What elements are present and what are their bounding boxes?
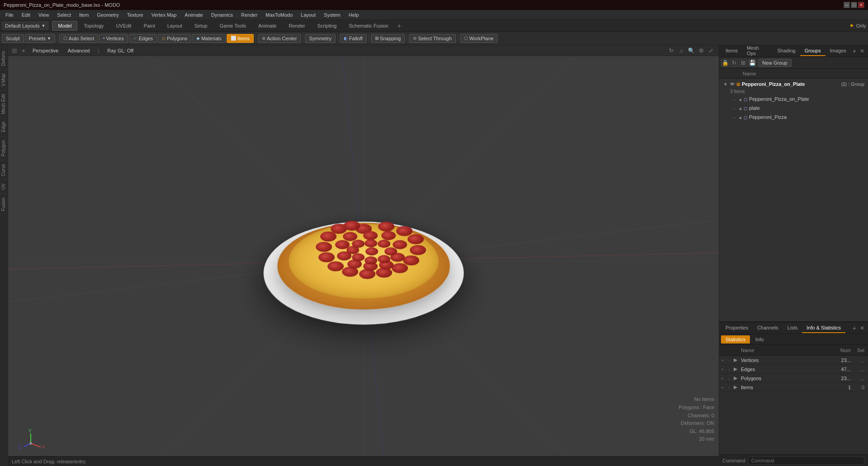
stats-tab-info[interactable]: Info: [751, 335, 768, 344]
workplane-button[interactable]: ⬡ WorkPlane: [460, 34, 498, 43]
new-group-button[interactable]: New Group: [758, 59, 792, 67]
menu-render[interactable]: Render: [237, 11, 261, 19]
right-bottom-tab-properties[interactable]: Properties: [721, 323, 753, 333]
right-tab-images[interactable]: Images: [825, 46, 851, 56]
sidebar-tab-curve[interactable]: Curve: [0, 160, 8, 180]
tree-item-pizza-plate[interactable]: - ▲ ◻ Pepperoni_Pizza_on_Plate: [719, 94, 868, 104]
sidebar-tab-vmap[interactable]: V.Map: [0, 70, 8, 90]
tab-paint[interactable]: Paint: [138, 21, 161, 31]
viewport-search-icon[interactable]: 🔍: [687, 47, 695, 55]
viewport-expand-icon[interactable]: ⊞: [12, 47, 17, 54]
maximize-button[interactable]: □: [851, 2, 857, 8]
right-lock-icon[interactable]: 🔒: [721, 59, 729, 67]
tab-render[interactable]: Render: [283, 21, 311, 31]
right-sync-icon[interactable]: ↻: [730, 59, 738, 67]
viewport-perspective-tab[interactable]: Perspective: [30, 47, 61, 54]
viewport-fullscreen-icon[interactable]: ⤢: [707, 47, 715, 55]
menu-system[interactable]: System: [320, 11, 344, 19]
viewport-settings-icon[interactable]: ⚙: [697, 47, 705, 55]
right-tab-mesh-ops[interactable]: Mesh Ops: [742, 43, 773, 59]
minimize-button[interactable]: ─: [844, 2, 850, 8]
viewport-home-icon[interactable]: ⌂: [677, 47, 685, 55]
tab-model[interactable]: Model: [52, 21, 77, 31]
menu-maxtomode[interactable]: MaxToModo: [262, 11, 296, 19]
viewport-advanced-tab[interactable]: Advanced: [65, 47, 92, 54]
stats-vis-edges: -: [728, 367, 734, 372]
menu-item[interactable]: Item: [76, 11, 92, 19]
auto-select-button[interactable]: ⬡ Auto Select: [59, 34, 98, 43]
window-controls[interactable]: ─ □ ✕: [844, 2, 864, 8]
tree-item-plate[interactable]: - ▲ ◻ plate: [719, 104, 868, 113]
tab-animate[interactable]: Animate: [252, 21, 282, 31]
menu-vertex-map[interactable]: Vertex Map: [148, 11, 180, 19]
right-bottom-tab-channels[interactable]: Channels: [753, 323, 783, 333]
action-center-icon: ⊕: [262, 36, 266, 41]
tree-item-group1[interactable]: ▼ 👁 ⊞ Pepperoni_Pizza_on_Plate (2) : Gro…: [719, 80, 868, 89]
layout-selector[interactable]: Default Layouts ▼: [2, 22, 48, 30]
select-through-icon: ⊖: [413, 36, 417, 41]
snapping-button[interactable]: ⊞ Snapping: [371, 34, 405, 43]
stats-row-polygons[interactable]: + - ▶ Polygons 23... ...: [719, 374, 868, 383]
right-tab-shading[interactable]: Shading: [773, 46, 800, 56]
menu-bar: File Edit View Select Item Geometry Text…: [0, 10, 868, 20]
sidebar-tab-uv[interactable]: UV: [0, 179, 8, 193]
stats-row-items[interactable]: + - ▶ Items 1 0: [719, 383, 868, 392]
menu-layout[interactable]: Layout: [297, 11, 319, 19]
presets-button[interactable]: Presets ▼: [25, 34, 55, 43]
menu-edit[interactable]: Edit: [18, 11, 34, 19]
viewport[interactable]: ⊞ ◈ Perspective Advanced | Ray GL: Off ↻…: [8, 45, 719, 466]
right-tab-items[interactable]: Items: [721, 46, 742, 56]
polygons-button[interactable]: ◇ Polygons: [158, 34, 191, 43]
tab-add-button[interactable]: +: [395, 21, 404, 30]
menu-dynamics[interactable]: Dynamics: [208, 11, 237, 19]
sculpt-button[interactable]: Sculpt: [2, 34, 24, 43]
materials-button[interactable]: ◈ Materials: [192, 34, 226, 43]
menu-view[interactable]: View: [35, 11, 53, 19]
tab-game-tools[interactable]: Game Tools: [213, 21, 252, 31]
falloff-button[interactable]: ◐ Falloff: [340, 34, 367, 43]
right-save-icon[interactable]: 💾: [748, 59, 756, 67]
right-tab-groups[interactable]: Groups: [800, 46, 825, 56]
viewport-ray-gl-tab[interactable]: Ray GL: Off: [104, 47, 136, 54]
menu-select[interactable]: Select: [53, 11, 75, 19]
tab-schematic-fusion[interactable]: Schematic Fusion: [343, 21, 394, 31]
menu-geometry[interactable]: Geometry: [93, 11, 122, 19]
right-grid-icon[interactable]: ⊞: [739, 59, 747, 67]
right-tab-add-button[interactable]: +: [851, 47, 858, 55]
sidebar-tab-edge[interactable]: Edge: [0, 118, 8, 136]
menu-animate[interactable]: Animate: [181, 11, 206, 19]
tab-uvedit[interactable]: UVEdit: [110, 21, 137, 31]
sidebar-tab-polygon[interactable]: Polygon: [0, 136, 8, 160]
right-top-close-button[interactable]: ✕: [858, 48, 866, 54]
tab-setup[interactable]: Setup: [189, 21, 213, 31]
command-input[interactable]: [748, 457, 864, 465]
right-bottom-add-button[interactable]: +: [851, 325, 858, 332]
tab-scripting[interactable]: Scripting: [311, 21, 342, 31]
menu-texture[interactable]: Texture: [123, 11, 147, 19]
right-bottom-tab-lists[interactable]: Lists: [783, 323, 802, 333]
stats-row-vertices[interactable]: + - ▶ Vertices 23... ...: [719, 356, 868, 365]
command-label: Command: [722, 458, 745, 463]
tree-item-pepperoni-pizza[interactable]: - ▲ ◻ Pepperoni_Pizza: [719, 113, 868, 122]
stats-row-edges[interactable]: + - ▶ Edges 47... ...: [719, 365, 868, 374]
action-center-button[interactable]: ⊕ Action Center: [258, 34, 301, 43]
viewport-canvas[interactable]: X Y Z No Items Polygons : Face Channels:…: [8, 56, 719, 466]
menu-help[interactable]: Help: [345, 11, 363, 19]
sidebar-tab-mesh-edit[interactable]: Mesh Edit: [0, 90, 8, 118]
sidebar-tab-deform[interactable]: Deform: [0, 47, 8, 70]
right-bottom-close-button[interactable]: ✕: [858, 325, 866, 331]
menu-file[interactable]: File: [2, 11, 17, 19]
vertices-button[interactable]: • Vertices: [99, 34, 128, 43]
select-through-button[interactable]: ⊖ Select Through: [409, 34, 455, 43]
item-vis-up-icon-3: ▲: [738, 115, 743, 120]
edges-button[interactable]: ⟋ Edges: [129, 34, 157, 43]
items-button[interactable]: ⬜ Items: [227, 34, 254, 43]
viewport-refresh-icon[interactable]: ↻: [667, 47, 675, 55]
tab-topology[interactable]: Topology: [78, 21, 109, 31]
stats-tab-statistics[interactable]: Statistics: [721, 335, 750, 344]
sidebar-tab-fusion[interactable]: Fusion: [0, 193, 8, 215]
tab-layout[interactable]: Layout: [161, 21, 188, 31]
close-button[interactable]: ✕: [858, 2, 864, 8]
symmetry-button[interactable]: Symmetry: [305, 34, 336, 43]
right-bottom-tab-info-stats[interactable]: Info & Statistics: [802, 323, 845, 333]
